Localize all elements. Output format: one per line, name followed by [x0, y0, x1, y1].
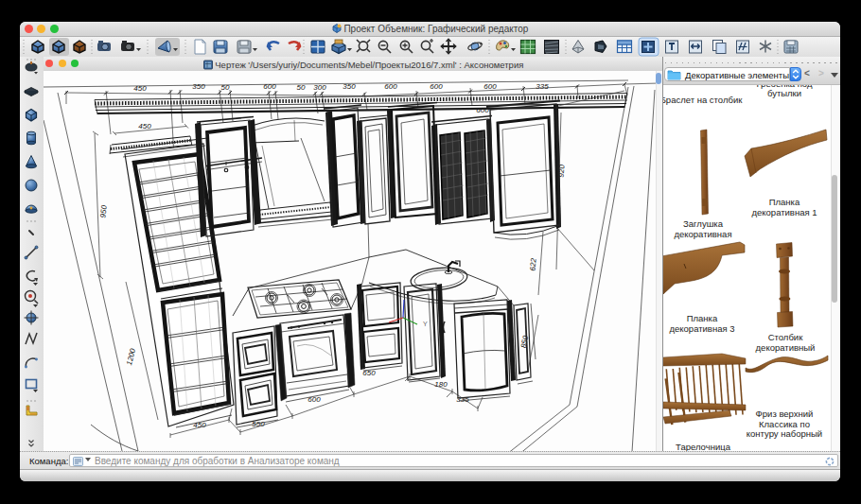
svg-text:450: 450: [138, 122, 151, 130]
svg-text:350: 350: [192, 82, 205, 91]
svg-text:Y: Y: [423, 321, 428, 327]
svg-text:850: 850: [519, 335, 530, 349]
svg-text:335: 335: [536, 82, 549, 91]
svg-text:350: 350: [343, 82, 356, 91]
svg-text:300: 300: [313, 83, 326, 92]
svg-text:600: 600: [483, 82, 497, 91]
svg-text:600: 600: [384, 82, 397, 91]
svg-text:450: 450: [133, 84, 147, 93]
svg-text:50: 50: [297, 83, 306, 92]
svg-text:1200: 1200: [125, 347, 137, 366]
svg-text:950: 950: [98, 204, 109, 218]
svg-text:622: 622: [528, 257, 537, 271]
svg-text:50: 50: [221, 83, 230, 92]
svg-text:600: 600: [430, 82, 443, 91]
svg-text:600: 600: [263, 82, 276, 91]
